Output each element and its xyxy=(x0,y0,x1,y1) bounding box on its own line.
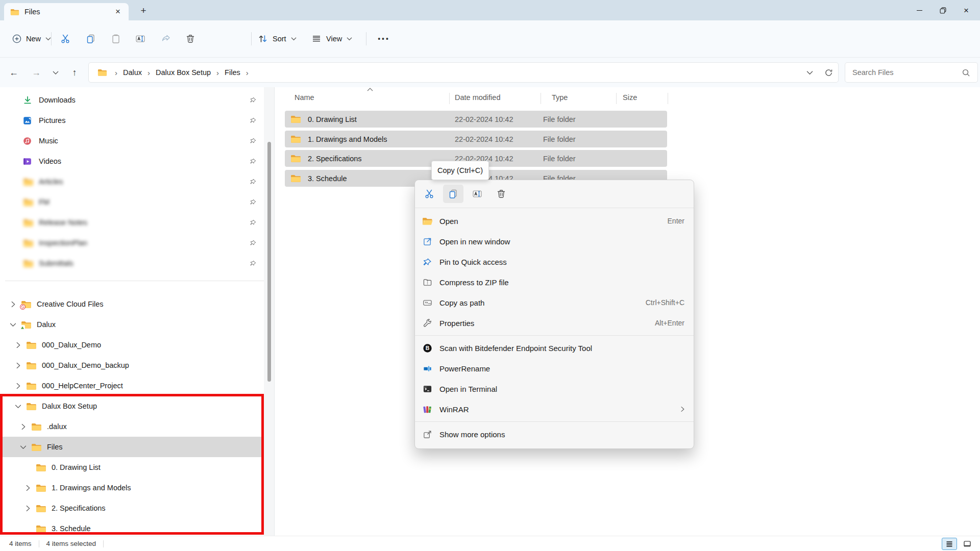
menu-item-bitdefender-scan[interactable]: Scan with Bitdefender Endpoint Security … xyxy=(415,338,694,358)
sidebar-item-articles[interactable]: Articles xyxy=(0,171,264,192)
view-button[interactable]: View xyxy=(311,34,352,44)
tree-item-1-drawings-and-models[interactable]: 1. Drawings and Models xyxy=(0,478,264,498)
column-header-size[interactable]: Size xyxy=(623,93,637,102)
forward-button[interactable]: → xyxy=(28,64,45,81)
column-header-type[interactable]: Type xyxy=(552,93,568,102)
new-button[interactable]: New xyxy=(12,34,51,43)
new-tab-button[interactable]: + xyxy=(137,4,150,17)
chevron-right-icon[interactable] xyxy=(24,478,31,498)
cut-button[interactable] xyxy=(419,185,439,203)
column-resize-handle[interactable] xyxy=(616,93,617,104)
menu-item-pin-to-quick-access[interactable]: Pin to Quick access xyxy=(415,252,694,272)
folder-icon xyxy=(36,463,46,472)
tree-item-2-specifications[interactable]: 2. Specifications xyxy=(0,498,264,518)
menu-item-compress-to-zip[interactable]: Compress to ZIP file xyxy=(415,272,694,292)
chevron-right-icon[interactable] xyxy=(14,375,21,396)
cut-button[interactable] xyxy=(54,30,77,48)
paste-button[interactable] xyxy=(105,30,127,48)
rename-button[interactable] xyxy=(129,30,152,48)
tree-item-creative-cloud-files[interactable]: Creative Cloud Files xyxy=(0,294,264,314)
chevron-down-icon[interactable] xyxy=(9,314,16,335)
copy-button[interactable] xyxy=(80,30,102,48)
tree-item-dot-dalux[interactable]: .dalux xyxy=(0,416,264,437)
search-icon[interactable] xyxy=(962,68,970,77)
rename-button[interactable] xyxy=(467,185,487,203)
sidebar-item-fm[interactable]: FM xyxy=(0,192,264,212)
chevron-right-icon[interactable] xyxy=(19,416,27,437)
menu-item-open-in-new-window[interactable]: Open in new window xyxy=(415,231,694,252)
menu-item-winrar[interactable]: WinRAR xyxy=(415,399,694,419)
menu-item-open-in-terminal[interactable]: Open in Terminal xyxy=(415,379,694,399)
tree-item-000-helpcenter-project[interactable]: 000_HelpCenter_Project xyxy=(0,375,264,396)
sidebar-scrollbar-thumb[interactable] xyxy=(267,142,271,382)
delete-button[interactable] xyxy=(491,185,511,203)
breadcrumb-dalux[interactable]: Dalux xyxy=(121,67,144,78)
menu-item-show-more-options[interactable]: Show more options xyxy=(415,424,694,444)
sidebar-item-pictures[interactable]: Pictures xyxy=(0,110,264,131)
recent-locations-button[interactable] xyxy=(47,64,64,81)
pin-icon xyxy=(250,239,257,246)
tree-item-dalux[interactable]: Dalux xyxy=(0,314,264,335)
tree-item-000-dalux-demo-backup[interactable]: 000_Dalux_Demo_backup xyxy=(0,355,264,375)
file-type: File folder xyxy=(543,155,576,163)
tree-item-files-selected[interactable]: Files xyxy=(0,437,264,457)
pane-divider[interactable] xyxy=(274,87,275,536)
file-row-0-drawing-list[interactable]: 0. Drawing List 22-02-2024 10:42 File fo… xyxy=(285,111,667,128)
restore-button[interactable] xyxy=(931,0,954,20)
column-resize-handle[interactable] xyxy=(541,93,541,104)
chevron-right-icon[interactable] xyxy=(24,498,31,518)
chevron-right-icon[interactable] xyxy=(9,294,16,314)
breadcrumb-dalux-box-setup[interactable]: Dalux Box Setup xyxy=(154,67,213,78)
sidebar-item-inspectionplan[interactable]: InspectionPlan xyxy=(0,233,264,253)
file-date-modified: 22-02-2024 10:42 xyxy=(455,115,513,123)
file-row-1-drawings-and-models[interactable]: 1. Drawings and Models 22-02-2024 10:42 … xyxy=(285,131,667,147)
chevron-right-icon[interactable] xyxy=(14,335,21,355)
creative-cloud-folder-icon xyxy=(21,300,32,309)
sidebar-item-release-notes[interactable]: Release Notes xyxy=(0,212,264,233)
address-dropdown-icon[interactable] xyxy=(806,70,813,75)
details-view-button[interactable] xyxy=(942,538,957,550)
sidebar-item-music[interactable]: Music xyxy=(0,131,264,151)
chevron-down-icon xyxy=(45,37,51,41)
minimize-button[interactable] xyxy=(908,0,931,20)
chevron-down-icon[interactable] xyxy=(14,396,21,416)
tree-item-000-dalux-demo[interactable]: 000_Dalux_Demo xyxy=(0,335,264,355)
tab-close-icon[interactable]: × xyxy=(112,6,124,17)
up-button[interactable]: ↑ xyxy=(66,64,83,81)
file-name: 2. Specifications xyxy=(308,155,362,163)
videos-icon xyxy=(23,157,34,166)
menu-item-open[interactable]: Open Enter xyxy=(415,211,694,231)
show-more-icon xyxy=(422,430,433,439)
powerrename-icon xyxy=(422,364,433,373)
close-button[interactable]: × xyxy=(954,0,978,20)
search-box[interactable] xyxy=(845,62,978,83)
breadcrumb-chevron xyxy=(213,68,223,77)
large-thumbnails-view-button[interactable] xyxy=(960,538,975,550)
chevron-down-icon[interactable] xyxy=(19,437,27,457)
menu-item-copy-as-path[interactable]: Copy as path Ctrl+Shift+C xyxy=(415,292,694,313)
sidebar-item-downloads[interactable]: Downloads xyxy=(0,90,264,110)
delete-button[interactable] xyxy=(179,30,202,48)
breadcrumb-bar[interactable]: Dalux Dalux Box Setup Files xyxy=(88,62,839,83)
chevron-right-icon[interactable] xyxy=(14,355,21,375)
copy-button[interactable] xyxy=(443,185,463,203)
sidebar-item-videos[interactable]: Videos xyxy=(0,151,264,171)
tree-item-0-drawing-list[interactable]: 0. Drawing List xyxy=(0,457,264,478)
tree-item-dalux-box-setup[interactable]: Dalux Box Setup xyxy=(0,396,264,416)
refresh-icon[interactable] xyxy=(824,68,833,77)
breadcrumb-files[interactable]: Files xyxy=(223,67,242,78)
sidebar-item-submittals[interactable]: Submittals xyxy=(0,253,264,273)
search-input[interactable] xyxy=(852,68,962,77)
tab-files[interactable]: Files × xyxy=(4,3,129,20)
column-resize-handle[interactable] xyxy=(449,93,450,104)
see-more-button[interactable] xyxy=(373,30,395,48)
column-header-date-modified[interactable]: Date modified xyxy=(455,93,500,102)
column-resize-handle[interactable] xyxy=(668,93,668,104)
sort-button[interactable]: Sort xyxy=(258,34,297,44)
menu-item-powerrename[interactable]: PowerRename xyxy=(415,358,694,379)
menu-item-properties[interactable]: Properties Alt+Enter xyxy=(415,313,694,333)
chevron-down-icon xyxy=(347,37,352,41)
column-header-name[interactable]: Name xyxy=(295,93,314,102)
share-button[interactable] xyxy=(155,30,177,48)
back-button[interactable]: ← xyxy=(5,64,22,81)
